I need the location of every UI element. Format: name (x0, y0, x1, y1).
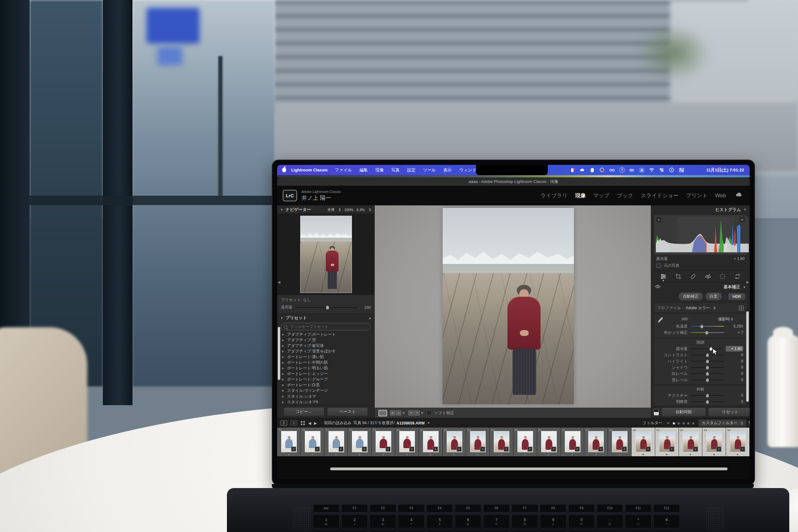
module-tab[interactable]: ライブラリ (537, 192, 571, 199)
menubar-menu-item[interactable]: 表示 (443, 167, 452, 173)
preset-list-item[interactable]: ▶アダプティブ:被写体 (277, 343, 374, 348)
tint-slider-row[interactable]: 色かぶり補正 + 7 (654, 329, 747, 336)
stepper-icon[interactable] (713, 306, 716, 309)
sync-tool-icon[interactable] (734, 272, 742, 281)
chevron-down-icon[interactable] (402, 412, 405, 414)
temp-slider-track[interactable] (691, 326, 724, 327)
function-key[interactable]: F2 (370, 504, 396, 512)
number-key[interactable]: 9よ (540, 515, 566, 528)
autosync-toggle[interactable] (654, 409, 659, 415)
slider-track[interactable] (691, 373, 724, 374)
filmstrip-cell[interactable]: 75±★ (277, 428, 301, 456)
slider-knob[interactable] (706, 365, 709, 369)
slider-track[interactable] (691, 361, 724, 362)
collapse-right-panel-arrow[interactable]: ▶ (746, 280, 749, 284)
stepper-icon[interactable] (731, 318, 733, 321)
amount-slider[interactable] (296, 307, 359, 308)
slider-row[interactable]: 白レベル0 (654, 370, 747, 377)
dropbox-sync-icon[interactable] (659, 167, 664, 173)
filmstrip-cell[interactable]: 82±★ (443, 428, 466, 456)
expand-triangle-icon[interactable]: ▶ (282, 339, 287, 342)
expand-triangle-icon[interactable]: ▶ (282, 344, 287, 347)
help-circle-icon[interactable]: ? (620, 167, 625, 173)
auto-correct-button[interactable]: 自動補正 (679, 293, 703, 301)
slider-row[interactable]: 明瞭度0 (654, 399, 747, 405)
add-preset-button[interactable]: + (368, 316, 371, 321)
filmstrip-status[interactable]: 前回の読み込み 写真 94 / 317/ 5 枚選択/ A1208659.ARW (324, 420, 430, 426)
apple-menu-icon[interactable] (282, 168, 286, 172)
filmstrip-cell[interactable]: 77±★ (324, 428, 348, 456)
after-view-button[interactable]: A (396, 411, 401, 415)
filmstrip-cell[interactable]: 86±★ (537, 428, 561, 456)
split-view-buttons[interactable]: Y Y (408, 411, 424, 415)
expand-triangle-icon[interactable]: ▶ (282, 378, 287, 381)
filmstrip-cell[interactable]: 87±★ (561, 428, 585, 456)
letter-key[interactable]: W (341, 530, 368, 532)
slider-row[interactable]: シャドウ0 (654, 364, 747, 370)
filmstrip-cell[interactable]: 80±★ (395, 428, 419, 456)
filmstrip-cell[interactable]: 81±★ (419, 428, 443, 456)
expand-triangle-icon[interactable]: ▶ (282, 401, 287, 404)
filmstrip-cell[interactable]: 84±★ (490, 428, 513, 456)
menubar-menu-item[interactable]: 現像 (375, 167, 384, 173)
navigator-header[interactable]: ▼ ナビゲーター 全体 100% 6.3% (277, 205, 374, 214)
filmstrip-cell[interactable]: 92±★ (679, 428, 703, 456)
number-key[interactable]: ¥ー (653, 515, 680, 528)
control-center-icon[interactable] (679, 167, 684, 173)
number-key[interactable]: 5え (426, 515, 453, 528)
expand-triangle-icon[interactable]: ▶ (282, 356, 287, 358)
menubar-menu-item[interactable]: 設定 (407, 167, 416, 173)
filter-bars-icon[interactable]: ≡ (667, 421, 669, 425)
left-panel-scrollbar[interactable] (278, 327, 280, 380)
expand-triangle-icon[interactable]: ▶ (282, 389, 287, 392)
preset-list-item[interactable]: ▶アダプティブ:背景をぼかす (277, 348, 374, 354)
slider-knob[interactable] (706, 353, 709, 357)
presets-header[interactable]: ▼ プリセット + (277, 314, 374, 322)
number-key[interactable]: 0わ (568, 515, 595, 528)
function-key[interactable]: F7 (512, 504, 538, 512)
shadow-clipping-icon[interactable]: ▲ (656, 217, 662, 222)
number-key[interactable]: 4う (398, 515, 424, 528)
preset-list-item[interactable]: ▶ポートレート:グループ (277, 377, 374, 382)
letter-key[interactable]: O (540, 530, 566, 532)
play-circle-icon[interactable] (669, 167, 674, 173)
iphone-mirroring-icon[interactable] (570, 167, 575, 173)
filmstrip-cell[interactable]: 93±★ (702, 428, 726, 456)
next-photo-arrow-icon[interactable]: ▶ (314, 421, 317, 425)
paste-button[interactable]: ペースト (327, 407, 368, 416)
healing-remove-tool-icon[interactable] (689, 272, 697, 281)
filmstrip-cell[interactable]: 79±★ (372, 428, 395, 456)
expand-triangle-icon[interactable]: ▶ (282, 350, 287, 353)
module-tab[interactable]: プリント (682, 192, 712, 199)
source-label[interactable]: 前回の読み込み (324, 420, 351, 426)
wb-value[interactable]: 撮影時 (718, 317, 730, 322)
slider-track[interactable] (691, 380, 724, 380)
number-key[interactable]: -ほ (596, 515, 623, 528)
right-panel-scrollbar[interactable] (746, 311, 749, 402)
input-source-icon[interactable]: A (639, 168, 644, 173)
menubar-app-name[interactable]: Lightroom Classic (291, 168, 328, 172)
chevron-down-icon[interactable] (421, 412, 423, 414)
profile-value[interactable]: Adobe カラー (686, 305, 710, 311)
preset-list-item[interactable]: ▶ポートレート:濃い肌 (277, 354, 374, 360)
function-key[interactable]: esc (313, 504, 340, 512)
function-key[interactable]: F6 (483, 504, 510, 512)
filmstrip-cell[interactable]: 76±★ (301, 428, 324, 456)
function-key[interactable]: F10 (596, 504, 623, 512)
number-key[interactable]: ^へ (625, 515, 651, 528)
masking-tool-icon[interactable] (719, 272, 727, 281)
zoom-fit[interactable]: 全体 (327, 207, 335, 212)
preset-list-item[interactable]: ▶ポートレート:白黒 (277, 382, 374, 388)
function-key[interactable]: F5 (455, 504, 481, 512)
slider-row[interactable]: ハイライト0 (654, 358, 747, 364)
stepper-icon[interactable] (369, 208, 371, 211)
autosync-button[interactable]: 自動同期 (662, 407, 706, 416)
preset-list-item[interactable]: ▶ポートレート:エッジー (277, 371, 374, 377)
filmstrip-cell[interactable]: 85±★ (513, 428, 537, 456)
grid-view-icon[interactable] (301, 421, 305, 425)
main-window-button[interactable]: 1 (280, 420, 287, 426)
number-key[interactable]: 3あ (370, 515, 396, 528)
slider-knob[interactable] (700, 324, 704, 328)
function-key[interactable]: F9 (568, 504, 595, 512)
highlight-clipping-icon[interactable]: ▲ (739, 217, 745, 222)
